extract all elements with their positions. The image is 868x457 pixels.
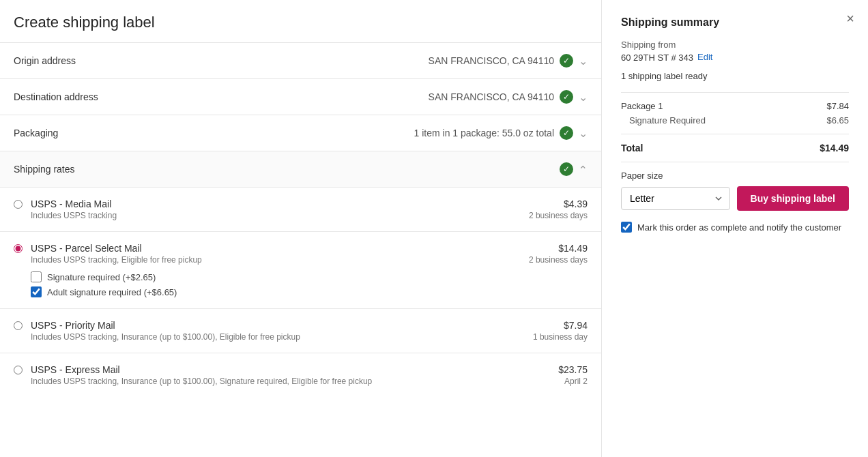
modal-container: Create shipping label Origin address SAN… [0, 0, 868, 457]
shipping-rates-header[interactable]: Shipping rates ✓ ⌄ [0, 151, 601, 187]
addon-row-adult_sig: Adult signature required (+$6.65) [31, 286, 518, 297]
left-panel: Create shipping label Origin address SAN… [0, 0, 602, 457]
rate-desc-parcel_select: Includes USPS tracking, Eligible for fre… [31, 255, 518, 265]
packaging-right: 1 item in 1 package: 55.0 oz total ✓ ⌄ [414, 126, 588, 140]
packaging-row[interactable]: Packaging 1 item in 1 package: 55.0 oz t… [0, 115, 601, 151]
destination-chevron-icon: ⌄ [579, 91, 588, 104]
addon-row-sig_required: Signature required (+$2.65) [31, 271, 518, 282]
rate-option-inner-media_mail: USPS - Media Mail Includes USPS tracking… [14, 198, 588, 220]
rate-desc-priority_mail: Includes USPS tracking, Insurance (up to… [31, 332, 522, 342]
destination-check-icon: ✓ [560, 90, 573, 104]
rate-radio-express_mail[interactable] [14, 366, 23, 374]
rate-option-priority_mail: USPS - Priority Mail Includes USPS track… [0, 308, 601, 353]
rates-chevron-icon: ⌄ [579, 163, 588, 176]
edit-address-link[interactable]: Edit [697, 52, 712, 62]
rate-price-express_mail: $23.75 [558, 364, 588, 375]
paper-size-select[interactable]: Letter 4x6 [621, 187, 730, 210]
divider-2 [621, 134, 849, 134]
signature-label: Signature Required [629, 115, 706, 126]
rate-days-media_mail: 2 business days [529, 211, 588, 220]
rate-price-priority_mail: $7.94 [533, 320, 588, 331]
mark-complete-checkbox[interactable] [621, 222, 632, 233]
rate-details-express_mail: USPS - Express Mail Includes USPS tracki… [31, 364, 547, 386]
from-address: 60 29TH ST # 343 [621, 53, 693, 63]
rate-desc-express_mail: Includes USPS tracking, Insurance (up to… [31, 377, 547, 386]
origin-check-icon: ✓ [560, 54, 573, 68]
packaging-chevron-icon: ⌄ [579, 127, 588, 140]
rate-price-media_mail: $4.39 [529, 198, 588, 209]
shipping-rates-right: ✓ ⌄ [560, 162, 588, 176]
rate-details-media_mail: USPS - Media Mail Includes USPS tracking [31, 198, 518, 220]
shipping-rates-label: Shipping rates [14, 164, 75, 175]
rate-option-inner-priority_mail: USPS - Priority Mail Includes USPS track… [14, 320, 588, 342]
package-price: $7.84 [826, 101, 849, 111]
packaging-check-icon: ✓ [560, 126, 573, 140]
addon-label-sig_required: Signature required (+$2.65) [47, 272, 156, 282]
rate-price-col-express_mail: $23.75 April 2 [558, 364, 588, 386]
package-line: Package 1 $7.84 [621, 101, 849, 111]
from-label: Shipping from [621, 40, 849, 50]
destination-address-value: SAN FRANCISCO, CA 94110 [429, 91, 554, 102]
modal-title: Create shipping label [14, 14, 155, 31]
signature-price: $6.65 [826, 115, 849, 126]
package-label: Package 1 [621, 101, 663, 111]
mark-complete-label: Mark this order as complete and notify t… [637, 222, 841, 233]
rate-option-inner-express_mail: USPS - Express Mail Includes USPS tracki… [14, 364, 588, 386]
rates-check-icon: ✓ [560, 162, 573, 176]
label-ready-text: 1 shipping label ready [621, 71, 849, 81]
divider-1 [621, 92, 849, 93]
summary-title: Shipping summary [621, 16, 849, 29]
origin-address-row[interactable]: Origin address SAN FRANCISCO, CA 94110 ✓… [0, 42, 601, 78]
rate-price-col-media_mail: $4.39 2 business days [529, 198, 588, 220]
rate-option-express_mail: USPS - Express Mail Includes USPS tracki… [0, 353, 601, 397]
rate-option-parcel_select: USPS - Parcel Select Mail Includes USPS … [0, 231, 601, 308]
origin-chevron-icon: ⌄ [579, 55, 588, 68]
rate-name-priority_mail: USPS - Priority Mail [31, 320, 522, 331]
rate-name-express_mail: USPS - Express Mail [31, 364, 547, 375]
rate-details-priority_mail: USPS - Priority Mail Includes USPS track… [31, 320, 522, 342]
total-price: $14.49 [820, 143, 849, 153]
signature-line: Signature Required $6.65 [621, 115, 849, 126]
paper-size-row: Letter 4x6 Buy shipping label [621, 186, 849, 211]
rate-options-container: USPS - Media Mail Includes USPS tracking… [0, 187, 601, 397]
rate-days-priority_mail: 1 business day [533, 332, 588, 342]
rate-addons: Signature required (+$2.65) Adult signat… [31, 271, 518, 297]
addon-checkbox-adult_sig[interactable] [31, 286, 42, 297]
rate-details-parcel_select: USPS - Parcel Select Mail Includes USPS … [31, 243, 518, 297]
origin-address-right: SAN FRANCISCO, CA 94110 ✓ ⌄ [429, 54, 588, 68]
addon-checkbox-sig_required[interactable] [31, 271, 42, 282]
rate-radio-priority_mail[interactable] [14, 321, 23, 330]
rate-name-parcel_select: USPS - Parcel Select Mail [31, 243, 518, 254]
paper-size-label: Paper size [621, 171, 849, 181]
addon-label-adult_sig: Adult signature required (+$6.65) [47, 287, 177, 297]
destination-address-row[interactable]: Destination address SAN FRANCISCO, CA 94… [0, 78, 601, 115]
origin-address-label: Origin address [14, 55, 76, 66]
rate-option-inner-parcel_select: USPS - Parcel Select Mail Includes USPS … [14, 243, 588, 297]
buy-label-button[interactable]: Buy shipping label [737, 186, 849, 211]
destination-address-right: SAN FRANCISCO, CA 94110 ✓ ⌄ [429, 90, 588, 104]
rate-radio-parcel_select[interactable] [14, 244, 23, 253]
rate-price-parcel_select: $14.49 [529, 243, 588, 254]
shipping-from-section: Shipping from 60 29TH ST # 343 Edit [621, 40, 849, 63]
destination-address-label: Destination address [14, 91, 98, 102]
total-line: Total $14.49 [621, 143, 849, 153]
rate-radio-media_mail[interactable] [14, 200, 23, 209]
rate-option-media_mail: USPS - Media Mail Includes USPS tracking… [0, 187, 601, 231]
packaging-label: Packaging [14, 128, 58, 138]
rate-price-col-priority_mail: $7.94 1 business day [533, 320, 588, 342]
rate-desc-media_mail: Includes USPS tracking [31, 211, 518, 220]
total-label: Total [621, 143, 643, 153]
mark-complete-row: Mark this order as complete and notify t… [621, 222, 849, 233]
origin-address-value: SAN FRANCISCO, CA 94110 [429, 55, 554, 66]
right-panel: × Shipping summary Shipping from 60 29TH… [602, 0, 868, 457]
rate-name-media_mail: USPS - Media Mail [31, 198, 518, 209]
divider-3 [621, 162, 849, 162]
rate-days-parcel_select: 2 business days [529, 255, 588, 265]
rate-days-express_mail: April 2 [558, 377, 588, 386]
rate-price-col-parcel_select: $14.49 2 business days [529, 243, 588, 265]
packaging-value: 1 item in 1 package: 55.0 oz total [414, 128, 554, 138]
close-button[interactable]: × [846, 11, 854, 27]
modal-header: Create shipping label [0, 14, 601, 42]
